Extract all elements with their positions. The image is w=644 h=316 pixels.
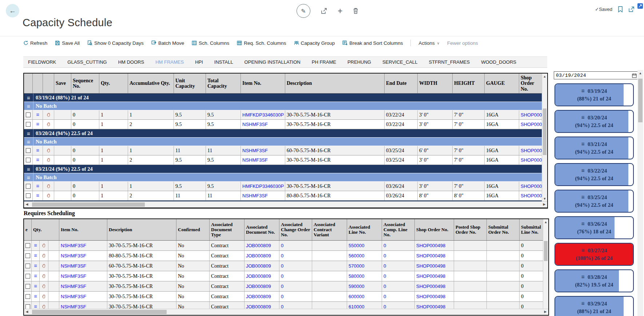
assoc-line-no-link[interactable]: 590000: [349, 284, 364, 289]
requires-row[interactable]: ≡ NSHMF3SF 30-70-5.75-M-16-CR No Contrac…: [24, 302, 543, 309]
assoc-change-order-link[interactable]: 0: [281, 243, 283, 248]
band-menu-icon[interactable]: ≡: [24, 173, 33, 181]
requires-row[interactable]: ≡ NSHMF3SF 30-70-5.75-M-16-CR No Contrac…: [24, 241, 543, 251]
cell-confirmed[interactable]: No: [176, 292, 210, 301]
assoc-comp-line-no-link[interactable]: 0: [383, 263, 386, 269]
col-header-submittal-order-no[interactable]: Submittal Order No.: [487, 219, 520, 240]
assoc-doc-no-link[interactable]: JOB000809: [246, 273, 271, 279]
cell-submittal-line-no[interactable]: 0: [520, 302, 543, 309]
cell-accumulative-qty[interactable]: 2: [128, 155, 174, 165]
hold-hand-icon[interactable]: [40, 271, 48, 281]
shop-order-link[interactable]: SHOP000498: [416, 284, 445, 289]
scroll-thumb[interactable]: [544, 241, 548, 261]
assoc-line-no-link[interactable]: 560000: [349, 253, 364, 258]
item-no-link[interactable]: NSHMF3SF: [242, 157, 268, 163]
cell-unit-capacity[interactable]: 9.5: [174, 155, 206, 165]
item-no-link[interactable]: NSHMF3SF: [61, 253, 86, 258]
cell-unit-capacity[interactable]: 9.5: [174, 120, 206, 129]
cell-description[interactable]: 30-70-5.75-M-16-CR: [107, 281, 176, 291]
cell-assoc-contract-variant[interactable]: [312, 302, 347, 309]
cell-submittal-line-no[interactable]: 0: [520, 261, 543, 271]
cell-height[interactable]: 7' 0": [453, 155, 485, 165]
cell-submittal-line-no[interactable]: 0: [520, 281, 543, 291]
batch-band[interactable]: ≡ No Batch: [24, 138, 542, 146]
col-header-confirmed[interactable]: Confirmed: [176, 219, 210, 240]
cell-end-date[interactable]: 03/22/24: [385, 120, 418, 129]
cell-gauge[interactable]: 16GA: [485, 110, 519, 119]
calendar-icon[interactable]: [632, 73, 637, 78]
assoc-comp-line-no-link[interactable]: 0: [383, 294, 386, 299]
cell-width[interactable]: 3' 0": [418, 120, 453, 129]
item-no-link[interactable]: NSHMF3SF: [61, 284, 86, 289]
cell-confirmed[interactable]: No: [176, 251, 210, 261]
band-menu-icon[interactable]: ≡: [24, 165, 33, 173]
row-checkbox[interactable]: [26, 193, 31, 198]
shop-order-link[interactable]: SHOP0005: [521, 122, 542, 127]
cell-width[interactable]: 3' 0": [418, 110, 453, 119]
item-no-link[interactable]: HMFKDP3346030P: [242, 112, 284, 118]
row-checkbox[interactable]: [26, 184, 31, 189]
cell-qty[interactable]: [48, 292, 59, 301]
band-menu-icon[interactable]: ≡: [24, 138, 33, 146]
cell-height[interactable]: 7' 0": [453, 110, 485, 119]
cell-accumulative-qty[interactable]: 1: [128, 146, 174, 155]
cell-confirmed[interactable]: No: [176, 241, 210, 250]
col-header-qty[interactable]: Qty.: [99, 74, 128, 93]
cell-posted-shop-order-no[interactable]: [454, 271, 487, 281]
shop-order-link[interactable]: SHOP000498: [416, 273, 445, 279]
cell-save[interactable]: [54, 155, 71, 165]
cell-qty[interactable]: 1: [99, 146, 128, 155]
col-header[interactable]: [33, 74, 43, 93]
cell-description[interactable]: 80-80-5.75-M-16-CR: [285, 191, 385, 200]
cell-assoc-doc-type[interactable]: Contract: [210, 271, 245, 281]
cell-accumulative-qty[interactable]: 1: [128, 182, 174, 191]
cell-gauge[interactable]: 16GA: [485, 120, 519, 129]
page-scrollbar[interactable]: ▲: [637, 70, 643, 316]
share-icon[interactable]: [321, 8, 327, 15]
cell-description[interactable]: 60-70-5.75-M-16-CR: [107, 261, 176, 271]
assoc-change-order-link[interactable]: 0: [281, 263, 283, 269]
col-header-description[interactable]: Description: [285, 74, 385, 93]
requires-row[interactable]: ≡ NSHMF3SF 60-70-5.75-M-16-CR No Contrac…: [24, 261, 543, 271]
vertical-scrollbar[interactable]: ▲ ▼: [542, 74, 547, 202]
row-checkbox[interactable]: [25, 243, 30, 248]
cell-submittal-order-no[interactable]: [487, 241, 520, 250]
cell-accumulative-qty[interactable]: 2: [128, 120, 174, 129]
row-checkbox[interactable]: [26, 122, 31, 127]
col-header[interactable]: e: [24, 219, 32, 240]
schedule-row[interactable]: ≡ 0 1 2 9.5 9.5 NSHMF3SF 30-70-5.75: [24, 120, 542, 129]
cell-qty[interactable]: 1: [99, 182, 128, 191]
assoc-line-no-link[interactable]: 580000: [349, 273, 364, 279]
cell-height[interactable]: 8' 0": [453, 191, 485, 200]
schedule-date-input[interactable]: 03/19/2024: [554, 71, 639, 79]
assoc-doc-no-link[interactable]: JOB000809: [246, 263, 271, 269]
refresh-button[interactable]: Refresh: [23, 40, 47, 46]
assoc-line-no-link[interactable]: 600000: [349, 294, 364, 299]
col-header[interactable]: [24, 74, 33, 93]
cell-submittal-line-no[interactable]: 0: [520, 241, 543, 250]
cell-description[interactable]: 30-70-5.75-M-16-CR: [107, 271, 176, 281]
cell-save[interactable]: [54, 120, 71, 129]
col-header-total-capacity[interactable]: Total Capacity: [206, 74, 241, 93]
assoc-line-no-link[interactable]: 550000: [349, 243, 364, 248]
col-header-shop-order-no[interactable]: Shop Order No.: [415, 219, 454, 240]
cell-assoc-contract-variant[interactable]: [312, 261, 347, 271]
capacity-tab[interactable]: HM DOORS: [118, 59, 144, 65]
col-header-assoc-doc-type[interactable]: Associated Document Type: [210, 219, 245, 240]
requires-row[interactable]: ≡ NSHMF3SF 30-70-5.75-M-16-CR No Contrac…: [24, 281, 543, 292]
cell-qty[interactable]: 1: [99, 120, 128, 129]
row-menu-icon[interactable]: ≡: [34, 284, 37, 289]
assoc-comp-line-no-link[interactable]: 0: [383, 243, 386, 248]
cell-gauge[interactable]: 16GA: [485, 155, 519, 165]
assoc-change-order-link[interactable]: 0: [281, 304, 283, 309]
row-checkbox[interactable]: [25, 253, 30, 258]
cell-submittal-order-no[interactable]: [487, 292, 520, 301]
capacity-day-card[interactable]: ≡03/21/24 (94%) 22.5 of 24: [554, 137, 634, 159]
cell-submittal-line-no[interactable]: 0: [520, 251, 543, 261]
schedule-row[interactable]: ≡ 0 1 2 11 11 NSHMF3SF 80-80-5.75-M: [24, 191, 542, 201]
horizontal-scrollbar[interactable]: ◀ ▶: [24, 201, 547, 208]
cell-sequence-no[interactable]: 0: [71, 110, 99, 119]
cell-height[interactable]: 7' 0": [453, 120, 485, 129]
cell-submittal-order-no[interactable]: [487, 281, 520, 291]
row-checkbox[interactable]: [25, 294, 30, 299]
